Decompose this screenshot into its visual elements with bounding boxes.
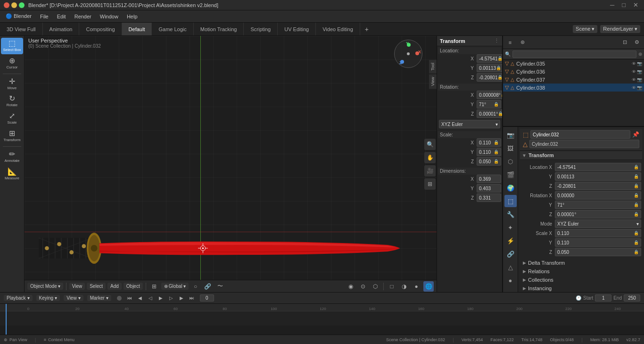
add-menu-button[interactable]: Add <box>107 283 122 290</box>
tab-motion-tracking[interactable]: Motion Tracking <box>194 23 244 35</box>
transform-panel-options[interactable]: ⋮ <box>494 38 499 44</box>
transform-orientation-button[interactable]: ⊕ Global ▾ <box>161 283 189 290</box>
loc-y-lock[interactable]: 🔒 <box>496 66 501 70</box>
obj-pin-icon[interactable]: 📌 <box>632 131 639 138</box>
sidebar-rot-x-field[interactable]: 0.00000 🔒 <box>555 191 641 200</box>
props-output-icon[interactable]: 🖼 <box>504 142 517 154</box>
sidebar-loc-z-lock[interactable]: 🔒 <box>634 184 639 188</box>
collections-header[interactable]: ▶ Collections <box>520 276 642 284</box>
add-workspace-button[interactable]: + <box>360 24 373 35</box>
minimize-button[interactable]: ─ <box>608 1 616 8</box>
play-button[interactable]: ▶ <box>157 294 165 302</box>
props-constraints-icon[interactable]: 🔗 <box>504 248 517 260</box>
close-dot[interactable] <box>4 2 9 8</box>
view-zoom-in[interactable]: 🔍 <box>424 139 436 150</box>
next-frame-button[interactable]: ▶ <box>177 294 186 302</box>
dim-z-field[interactable]: 0.331 <box>477 193 501 202</box>
tool-move[interactable]: ✛ Move <box>1 76 23 92</box>
tool-cursor[interactable]: ⊕ Cursor <box>1 55 23 72</box>
proportional-edit-button[interactable]: ○ <box>190 281 201 292</box>
rot-y-lock[interactable]: 🔒 <box>494 102 499 107</box>
rotation-mode-dropdown[interactable]: XYZ Euler ▾ <box>439 120 500 128</box>
tab-scripting[interactable]: Scripting <box>244 23 278 35</box>
sidebar-scale-x-field[interactable]: 0.110 🔒 <box>555 229 641 237</box>
overlay-button[interactable]: ⊙ <box>358 281 368 292</box>
cyl035-render-icon[interactable]: 📷 <box>637 61 642 66</box>
sidebar-scale-y-field[interactable]: 0.110 🔒 <box>555 238 641 247</box>
props-view-layer-icon[interactable]: ⬡ <box>504 155 517 168</box>
menu-edit[interactable]: Edit <box>53 13 70 20</box>
cyl037-render-icon[interactable]: 📷 <box>637 77 642 82</box>
header-view-icon[interactable]: ⊡ <box>619 37 630 48</box>
data-name-field[interactable]: Cylinder.032 <box>529 140 639 148</box>
location-z-field[interactable]: -0.20801 🔒 <box>477 73 503 82</box>
timeline-view-dropdown[interactable]: View ▾ <box>64 295 83 301</box>
tab-animation[interactable]: Animation <box>43 23 80 35</box>
cyl037-view-icon[interactable]: 👁 <box>632 77 636 82</box>
xray-button[interactable]: ⬡ <box>370 281 380 292</box>
view-pan[interactable]: ✋ <box>424 152 436 163</box>
loc-x-lock[interactable]: 🔒 <box>497 56 503 61</box>
timeline-scrubber[interactable]: 0 20 40 60 80 100 120 140 160 180 200 22… <box>0 304 644 335</box>
sidebar-loc-x-lock[interactable]: 🔒 <box>634 165 639 169</box>
menu-window[interactable]: Window <box>96 13 122 20</box>
outliner-search-input[interactable] <box>512 50 636 58</box>
scale-z-field[interactable]: 0.050 🔒 <box>477 157 501 166</box>
rotation-y-field[interactable]: 71° 🔒 <box>477 100 501 109</box>
sidebar-loc-x-field[interactable]: -4.57541 🔒 <box>555 163 641 171</box>
outliner-item-cyl036[interactable]: ▽ △ Cylinder.036 👁 📷 <box>503 67 644 76</box>
props-physics-icon[interactable]: ⚡ <box>504 235 517 247</box>
prev-keyframe-button[interactable]: ◁ <box>146 294 155 302</box>
sidebar-rot-y-lock[interactable]: 🔒 <box>634 202 639 207</box>
header-settings-icon[interactable]: ⚙ <box>632 37 642 48</box>
tab-3d-view-full[interactable]: 3D View Full <box>0 23 43 35</box>
cyl036-render-icon[interactable]: 📷 <box>637 69 642 74</box>
sidebar-rot-mode-dropdown[interactable]: XYZ Euler ▾ <box>555 219 641 228</box>
view-orbit[interactable]: 🎥 <box>424 165 436 176</box>
relations-header[interactable]: ▶ Relations <box>520 268 642 275</box>
jump-to-end-button[interactable]: ⏭ <box>188 294 196 302</box>
scale-y-lock[interactable]: 🔒 <box>494 150 499 154</box>
dim-x-field[interactable]: 0.369 <box>477 175 501 183</box>
props-scene-icon[interactable]: 🎬 <box>504 168 517 181</box>
wireframe-shading[interactable]: □ <box>387 281 397 292</box>
scale-x-field[interactable]: 0.110 🔒 <box>477 138 501 147</box>
tool-tab[interactable]: Tool <box>429 59 437 74</box>
scale-z-lock[interactable]: 🔒 <box>494 159 499 164</box>
header-outliner-icon[interactable]: ≡ <box>505 37 515 48</box>
tab-default[interactable]: Default <box>122 23 152 35</box>
tool-transform[interactable]: ⊞ Transform <box>1 128 23 144</box>
tool-scale[interactable]: ⤢ Scale <box>1 110 23 127</box>
header-filter-icon[interactable]: ⊛ <box>517 37 528 48</box>
viewport-3d[interactable]: User Perspective (0) Scene Collection | … <box>25 36 437 292</box>
keying-dropdown[interactable]: Keying ▾ <box>36 295 60 301</box>
solid-shading[interactable]: ◑ <box>399 281 409 292</box>
sidebar-loc-y-lock[interactable]: 🔒 <box>634 174 639 179</box>
outliner-item-cyl038[interactable]: ▽ △ Cylinder.038 👁 📷 <box>503 84 644 92</box>
dim-y-field[interactable]: 0.403 <box>477 184 501 193</box>
sidebar-loc-y-field[interactable]: 0.00113 🔒 <box>555 172 641 181</box>
tool-select-box[interactable]: ⬚ Select Box <box>1 38 23 54</box>
outliner-item-cyl035[interactable]: ▽ △ Cylinder.035 👁 📷 <box>503 59 644 67</box>
scale-y-field[interactable]: 0.110 🔒 <box>477 148 501 156</box>
location-y-field[interactable]: 0.00113 🔒 <box>477 64 503 72</box>
prev-frame-button[interactable]: ◀ <box>136 294 144 302</box>
location-x-field[interactable]: -4.57541 🔒 <box>477 54 503 63</box>
tab-uv-editing[interactable]: UV Editing <box>278 23 316 35</box>
menu-help[interactable]: Help <box>123 13 141 20</box>
grease-pencil-button[interactable]: 〜 <box>215 281 225 292</box>
navigation-gizmo[interactable]: X Y Z <box>394 40 427 73</box>
object-menu-button[interactable]: Object <box>124 283 143 290</box>
shading-viewport-button[interactable]: ◉ <box>346 281 356 292</box>
marker-dropdown[interactable]: Marker ▾ <box>87 295 111 301</box>
transform-snap-button[interactable]: ⊞ <box>149 281 159 292</box>
gizmo-circle[interactable]: X Y Z <box>394 40 422 68</box>
sidebar-rot-y-field[interactable]: 71° 🔒 <box>555 201 641 209</box>
rotation-x-field[interactable]: 0.000008° 🔒 <box>477 91 503 99</box>
next-keyframe-button[interactable]: ▷ <box>167 294 175 302</box>
sidebar-scale-y-lock[interactable]: 🔒 <box>634 240 639 245</box>
playback-dropdown[interactable]: Playback ▾ <box>4 295 33 301</box>
props-object-icon[interactable]: ⬚ <box>504 195 517 207</box>
object-mode-button[interactable]: Object Mode ▾ <box>27 283 63 290</box>
props-material-icon[interactable]: ● <box>504 274 517 286</box>
